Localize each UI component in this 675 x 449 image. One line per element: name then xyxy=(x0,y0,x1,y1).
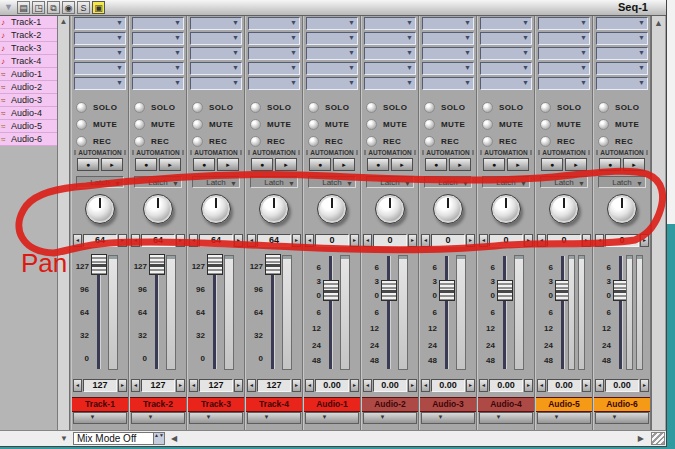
automation-play-button[interactable]: ▸ xyxy=(507,158,529,171)
rec-button[interactable] xyxy=(482,136,493,147)
insert-slot[interactable]: ▼ xyxy=(364,47,416,60)
pan-knob[interactable] xyxy=(607,194,637,224)
insert-slot[interactable]: ▼ xyxy=(538,62,590,75)
scroll-up-icon[interactable]: ▲ xyxy=(652,16,665,30)
rec-button[interactable] xyxy=(134,136,145,147)
title-bar[interactable]: ▼ ▤ ◳ ⧉ ◉ S ▣ Seq-1 xyxy=(0,0,666,16)
insert-slot[interactable]: ▼ xyxy=(538,47,590,60)
mute-button[interactable] xyxy=(598,119,609,130)
volume-value[interactable]: 127 xyxy=(257,379,291,392)
pan-knob[interactable] xyxy=(85,194,115,224)
automation-record-button[interactable]: ● xyxy=(599,158,621,171)
automation-record-button[interactable]: ● xyxy=(251,158,273,171)
volume-value[interactable]: 127 xyxy=(199,379,233,392)
channel-name-label[interactable]: Audio-1 xyxy=(304,397,360,412)
insert-slot[interactable]: ▼ xyxy=(248,77,300,90)
channel-name-label[interactable]: Track-2 xyxy=(130,397,186,412)
automation-play-button[interactable]: ▸ xyxy=(333,158,355,171)
insert-slot[interactable]: ▼ xyxy=(190,62,242,75)
insert-slot[interactable]: ▼ xyxy=(74,77,126,90)
insert-slot[interactable]: ▼ xyxy=(538,77,590,90)
output-select[interactable]: ▼ xyxy=(595,412,649,424)
automation-play-button[interactable]: ▸ xyxy=(449,158,471,171)
insert-slot[interactable]: ▼ xyxy=(248,47,300,60)
insert-slot[interactable]: ▼ xyxy=(306,32,358,45)
pan-knob[interactable] xyxy=(201,194,231,224)
rec-button[interactable] xyxy=(598,136,609,147)
pan-decrement-button[interactable]: ◂ xyxy=(595,234,604,247)
volume-value[interactable]: 0.00 xyxy=(373,379,407,392)
mute-button[interactable] xyxy=(540,119,551,130)
pan-value[interactable]: 0 xyxy=(489,234,523,247)
fader-handle[interactable] xyxy=(381,280,397,301)
pan-increment-button[interactable]: ▸ xyxy=(176,234,185,247)
fader-track[interactable] xyxy=(619,256,623,369)
pan-value[interactable]: 0 xyxy=(315,234,349,247)
mute-button[interactable] xyxy=(134,119,145,130)
fader-handle[interactable] xyxy=(497,280,513,301)
automation-mode-select[interactable]: Latch ▼ xyxy=(540,176,588,188)
automation-record-button[interactable]: ● xyxy=(541,158,563,171)
insert-slot[interactable]: ▼ xyxy=(422,47,474,60)
insert-slot[interactable]: ▼ xyxy=(364,77,416,90)
volume-decrement-button[interactable]: ◂ xyxy=(595,379,604,392)
volume-decrement-button[interactable]: ◂ xyxy=(305,379,314,392)
insert-slot[interactable]: ▼ xyxy=(480,32,532,45)
automation-play-button[interactable]: ▸ xyxy=(565,158,587,171)
automation-play-button[interactable]: ▸ xyxy=(159,158,181,171)
automation-record-button[interactable]: ● xyxy=(193,158,215,171)
mix-mode-arrow-icon[interactable]: ▼ xyxy=(60,434,68,443)
track-list-item[interactable]: ♪ Track-2 xyxy=(0,29,57,42)
automation-mode-select[interactable]: Latch ▼ xyxy=(424,176,472,188)
rec-button[interactable] xyxy=(540,136,551,147)
volume-decrement-button[interactable]: ◂ xyxy=(73,379,82,392)
insert-slot[interactable]: ▼ xyxy=(364,32,416,45)
volume-increment-button[interactable]: ▸ xyxy=(176,379,185,392)
insert-slot[interactable]: ▼ xyxy=(364,17,416,30)
insert-slot[interactable]: ▼ xyxy=(596,47,648,60)
fader-handle[interactable] xyxy=(149,254,165,275)
pan-knob[interactable] xyxy=(317,194,347,224)
automation-play-button[interactable]: ▸ xyxy=(275,158,297,171)
automation-mode-select[interactable]: Latch ▼ xyxy=(76,176,124,188)
volume-decrement-button[interactable]: ◂ xyxy=(189,379,198,392)
output-select[interactable]: ▼ xyxy=(131,412,185,424)
volume-increment-button[interactable]: ▸ xyxy=(350,379,359,392)
stepper-icon[interactable]: ▲▼ xyxy=(153,433,164,444)
insert-slot[interactable]: ▼ xyxy=(480,77,532,90)
solo-button[interactable] xyxy=(192,102,203,113)
insert-slot[interactable]: ▼ xyxy=(538,32,590,45)
rec-button[interactable] xyxy=(192,136,203,147)
pan-knob[interactable] xyxy=(259,194,289,224)
fader-handle[interactable] xyxy=(265,254,281,275)
insert-slot[interactable]: ▼ xyxy=(480,47,532,60)
volume-increment-button[interactable]: ▸ xyxy=(408,379,417,392)
pan-increment-button[interactable]: ▸ xyxy=(408,234,417,247)
insert-slot[interactable]: ▼ xyxy=(190,47,242,60)
scroll-up-icon[interactable]: ▲ xyxy=(58,16,69,28)
automation-mode-select[interactable]: Latch ▼ xyxy=(598,176,646,188)
pan-value[interactable]: 64 xyxy=(199,234,233,247)
volume-decrement-button[interactable]: ◂ xyxy=(363,379,372,392)
mute-button[interactable] xyxy=(308,119,319,130)
volume-value[interactable]: 127 xyxy=(83,379,117,392)
volume-decrement-button[interactable]: ◂ xyxy=(479,379,488,392)
fader-handle[interactable] xyxy=(207,254,223,275)
track-list-scrollbar[interactable]: ▲ xyxy=(58,16,70,430)
insert-slot[interactable]: ▼ xyxy=(422,62,474,75)
output-select[interactable]: ▼ xyxy=(537,412,591,424)
pan-value[interactable]: 0 xyxy=(547,234,581,247)
channel-name-label[interactable]: Audio-2 xyxy=(362,397,418,412)
output-select[interactable]: ▼ xyxy=(479,412,533,424)
channel-name-label[interactable]: Track-3 xyxy=(188,397,244,412)
solo-button[interactable] xyxy=(598,102,609,113)
insert-slot[interactable]: ▼ xyxy=(306,17,358,30)
channel-name-label[interactable]: Audio-3 xyxy=(420,397,476,412)
mute-button[interactable] xyxy=(192,119,203,130)
track-list-item[interactable]: ♪ Track-1 xyxy=(0,16,57,29)
insert-slot[interactable]: ▼ xyxy=(422,32,474,45)
volume-value[interactable]: 0.00 xyxy=(547,379,581,392)
mute-button[interactable] xyxy=(424,119,435,130)
pan-increment-button[interactable]: ▸ xyxy=(640,234,649,247)
channel-name-label[interactable]: Audio-4 xyxy=(478,397,534,412)
